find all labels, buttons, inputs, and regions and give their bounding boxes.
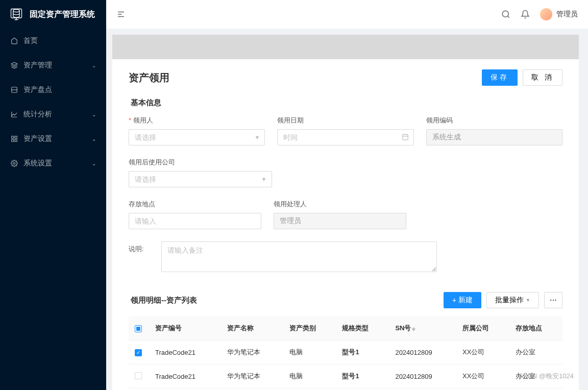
menu-inventory[interactable]: 资产盘点 <box>0 78 106 102</box>
main-area: 管理员 资产领用 保存 取 消 基本信息 *领用人 <box>106 0 588 390</box>
save-button[interactable]: 保存 <box>482 69 518 86</box>
menu-analytics[interactable]: 统计分析 ⌄ <box>0 102 106 127</box>
company-select[interactable] <box>129 171 272 187</box>
remark-textarea[interactable] <box>161 241 437 272</box>
col-location[interactable]: 存放地点 <box>509 316 562 340</box>
svg-rect-7 <box>12 139 14 141</box>
chart-icon <box>10 110 18 118</box>
home-icon <box>10 37 18 45</box>
batch-button[interactable]: 批量操作 ▼ <box>486 292 539 308</box>
menu-toggle-icon[interactable] <box>116 10 126 19</box>
cell-company: XX公司 <box>456 364 509 388</box>
svg-point-13 <box>502 11 508 17</box>
svg-rect-5 <box>12 136 14 138</box>
date-label: 领用日期 <box>277 116 413 125</box>
svg-line-14 <box>507 16 509 17</box>
location-input[interactable] <box>129 213 261 229</box>
chevron-down-icon: ⌄ <box>92 112 96 117</box>
scan-icon <box>10 86 18 94</box>
cell-name: 华为笔记本 <box>221 340 283 364</box>
select-all-checkbox[interactable] <box>135 325 142 332</box>
detail-title: 领用明细--资产列表 <box>129 296 197 305</box>
sort-icon: ◆ <box>412 326 415 331</box>
col-spec[interactable]: 规格类型 <box>336 316 389 340</box>
avatar <box>540 8 552 20</box>
svg-rect-8 <box>15 139 17 141</box>
menu-asset-settings[interactable]: 资产设置 ⌄ <box>0 127 106 151</box>
col-category[interactable]: 资产类别 <box>283 316 336 340</box>
location-label: 存放地点 <box>129 200 261 209</box>
table-row[interactable]: TradeCode21 华为笔记本 电脑 型号1 2024012809 XX公司… <box>129 364 562 388</box>
remark-label: 说明: <box>129 241 149 254</box>
svg-point-9 <box>13 162 15 164</box>
app-title: 固定资产管理系统 <box>30 9 95 20</box>
cell-location: 办公室 <box>509 340 562 364</box>
cell-spec: 型号1 <box>336 340 389 364</box>
gear-icon <box>10 159 18 167</box>
cell-company: XX公司 <box>456 340 509 364</box>
svg-rect-6 <box>15 136 17 138</box>
cell-name: 华为笔记本 <box>221 364 283 388</box>
sidebar: 固定资产管理系统 首页 资产管理 ⌄ 资产盘点 <box>0 0 106 390</box>
svg-point-0 <box>13 9 19 12</box>
svg-rect-1 <box>11 9 22 18</box>
page-title: 资产领用 <box>129 71 169 85</box>
search-icon[interactable] <box>501 10 510 19</box>
cell-category: 电脑 <box>283 364 336 388</box>
cell-location: 办公室 <box>509 364 562 388</box>
app-logo: 固定资产管理系统 <box>0 0 106 29</box>
cell-code: TradeCode21 <box>149 340 221 364</box>
recipient-label: *领用人 <box>129 116 265 125</box>
grid-icon <box>10 135 18 143</box>
menu-home[interactable]: 首页 <box>0 29 106 53</box>
code-label: 领用编码 <box>426 116 562 125</box>
layers-icon <box>10 61 18 69</box>
logo-icon <box>8 6 24 22</box>
cell-spec: 型号1 <box>336 364 389 388</box>
more-button[interactable]: ⋯ <box>544 292 562 308</box>
code-input <box>426 129 562 145</box>
company-label: 领用后使用公司 <box>129 158 272 167</box>
table-row[interactable]: TradeCode21 华为笔记本 电脑 型号1 2024012809 XX公司… <box>129 340 562 364</box>
chevron-down-icon: ⌄ <box>92 161 96 166</box>
cell-code: TradeCode21 <box>149 364 221 388</box>
content-scroll[interactable]: 资产领用 保存 取 消 基本信息 *领用人 ▼ <box>106 29 588 390</box>
header-band <box>112 35 579 59</box>
chevron-down-icon: ⌄ <box>92 63 96 68</box>
cell-category: 电脑 <box>283 340 336 364</box>
cell-sn: 2024012809 <box>389 340 456 364</box>
username: 管理员 <box>556 10 578 19</box>
handler-label: 领用处理人 <box>274 200 406 209</box>
menu-asset-mgmt[interactable]: 资产管理 ⌄ <box>0 53 106 78</box>
menu-system-settings[interactable]: 系统设置 ⌄ <box>0 151 106 176</box>
new-button[interactable]: + 新建 <box>444 292 481 308</box>
cell-sn: 2024012809 <box>389 364 456 388</box>
col-company[interactable]: 所属公司 <box>456 316 509 340</box>
recipient-select[interactable] <box>129 129 265 145</box>
row-checkbox[interactable] <box>135 349 142 356</box>
main-menu: 首页 资产管理 ⌄ 资产盘点 统计分析 ⌄ <box>0 29 106 176</box>
topbar: 管理员 <box>106 0 588 29</box>
handler-input <box>274 213 406 229</box>
bell-icon[interactable] <box>521 10 530 19</box>
section-basic-title: 基本信息 <box>129 98 562 108</box>
user-menu[interactable]: 管理员 <box>540 8 578 20</box>
col-name[interactable]: 资产名称 <box>221 316 283 340</box>
col-code[interactable]: 资产编号 <box>149 316 221 340</box>
cancel-button[interactable]: 取 消 <box>523 69 562 86</box>
svg-marker-2 <box>11 62 17 65</box>
asset-table: 资产编号 资产名称 资产类别 规格类型 SN号◆ 所属公司 存放地点 Trade… <box>129 316 562 388</box>
page-card: 资产领用 保存 取 消 基本信息 *领用人 ▼ <box>112 59 579 390</box>
chevron-down-icon: ⌄ <box>92 136 96 142</box>
col-sn[interactable]: SN号◆ <box>389 316 456 340</box>
row-checkbox[interactable] <box>135 372 142 379</box>
date-input[interactable] <box>277 129 413 145</box>
